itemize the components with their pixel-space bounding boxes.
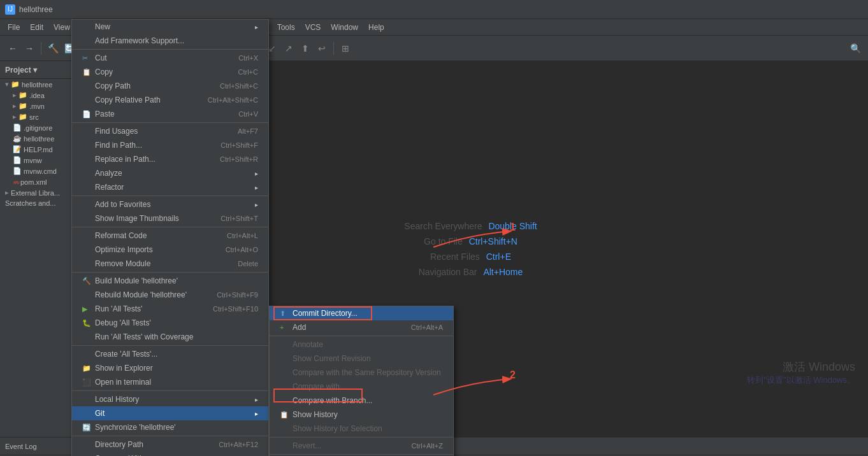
cm-git-show-revision: Show Current Revision — [270, 352, 453, 366]
cm-sep-1 — [72, 49, 268, 50]
cm-remove-module[interactable]: Remove Module Delete — [72, 257, 268, 271]
cm-git-compare-repo: Compare with the Same Repository Version — [270, 366, 453, 380]
cm-local-history[interactable]: Local History ▸ — [72, 392, 268, 406]
cm-compare-with[interactable]: ✦ Compare With... Ctrl+D — [72, 452, 268, 456]
cm-refactor[interactable]: Refactor ▸ — [72, 180, 268, 194]
cm-git-compare-branch[interactable]: Compare with Branch... — [270, 394, 453, 408]
cm-synchronize[interactable]: 🔄 Synchronize 'hellothree' — [72, 420, 268, 434]
cm-optimize-imports[interactable]: Optimize Imports Ctrl+Alt+O — [72, 243, 268, 257]
annotation-1 — [433, 228, 523, 262]
cm-analyze[interactable]: Analyze ▸ — [72, 166, 268, 180]
cm-git[interactable]: Git ▸ — [72, 406, 268, 420]
cm-copy-path[interactable]: Copy Path Ctrl+Shift+C — [72, 79, 268, 93]
git-sep-1 — [270, 336, 453, 336]
git-sep-3 — [270, 454, 453, 455]
cm-reformat[interactable]: Reformat Code Ctrl+Alt+L — [72, 229, 268, 243]
cm-run-coverage[interactable]: Run 'All Tests' with Coverage — [72, 330, 268, 344]
cm-git-compare-with: Compare with... — [270, 380, 453, 394]
cm-sep-7 — [72, 390, 268, 391]
cm-add-favorites[interactable]: Add to Favorites ▸ — [72, 197, 268, 211]
git-sep-2 — [270, 437, 453, 438]
cm-directory-path[interactable]: Directory Path Ctrl+Alt+F12 — [72, 438, 268, 452]
cm-sep-8 — [72, 436, 268, 436]
cm-cut[interactable]: ✂ Cut Ctrl+X — [72, 51, 268, 65]
cm-paste[interactable]: 📄 Paste Ctrl+V — [72, 107, 268, 121]
cm-git-commit[interactable]: ⬆ Commit Directory... — [270, 306, 453, 320]
cm-sep-5 — [72, 272, 268, 273]
cm-sep-4 — [72, 227, 268, 227]
cm-new[interactable]: New ▸ — [72, 20, 268, 34]
cm-git-add[interactable]: + Add Ctrl+Alt+A — [270, 320, 453, 334]
label-2: 2 — [510, 369, 516, 381]
cm-sep-2 — [72, 122, 268, 123]
cm-git-revert: Revert... Ctrl+Alt+Z — [270, 439, 453, 453]
label-1: 1 — [510, 222, 516, 233]
cm-copy-relative[interactable]: Copy Relative Path Ctrl+Alt+Shift+C — [72, 93, 268, 107]
cm-add-framework[interactable]: Add Framework Support... — [72, 34, 268, 48]
cm-show-thumbnails[interactable]: Show Image Thumbnails Ctrl+Shift+T — [72, 211, 268, 225]
cm-run-tests[interactable]: ▶ Run 'All Tests' Ctrl+Shift+F10 — [72, 302, 268, 316]
cm-build-module[interactable]: 🔨 Build Module 'hellothree' — [72, 274, 268, 288]
cm-replace-path[interactable]: Replace in Path... Ctrl+Shift+R — [72, 152, 268, 166]
cm-find-path[interactable]: Find in Path... Ctrl+Shift+F — [72, 138, 268, 152]
cm-copy[interactable]: 📋 Copy Ctrl+C — [72, 65, 268, 79]
context-menu-overlay: New ▸ Add Framework Support... ✂ Cut Ctr… — [0, 0, 868, 456]
cm-show-in-explorer[interactable]: 📁 Show in Explorer — [72, 361, 268, 375]
git-submenu: ⬆ Commit Directory... + Add Ctrl+Alt+A A… — [269, 306, 454, 456]
cm-open-terminal[interactable]: ⬛ Open in terminal — [72, 375, 268, 389]
cm-sep-6 — [72, 345, 268, 346]
cm-rebuild-module[interactable]: Rebuild Module 'hellothree' Ctrl+Shift+F… — [72, 288, 268, 302]
cm-create-tests[interactable]: Create 'All Tests'... — [72, 347, 268, 361]
cm-git-annotate: Annotate — [270, 338, 453, 352]
cm-debug-tests[interactable]: 🐛 Debug 'All Tests' — [72, 316, 268, 330]
cm-git-show-history-selection: Show History for Selection — [270, 422, 453, 436]
cm-find-usages[interactable]: Find Usages Alt+F7 — [72, 124, 268, 138]
cm-sep-3 — [72, 196, 268, 196]
cm-git-show-history[interactable]: 📋 Show History — [270, 408, 453, 422]
primary-context-menu: New ▸ Add Framework Support... ✂ Cut Ctr… — [71, 19, 269, 456]
